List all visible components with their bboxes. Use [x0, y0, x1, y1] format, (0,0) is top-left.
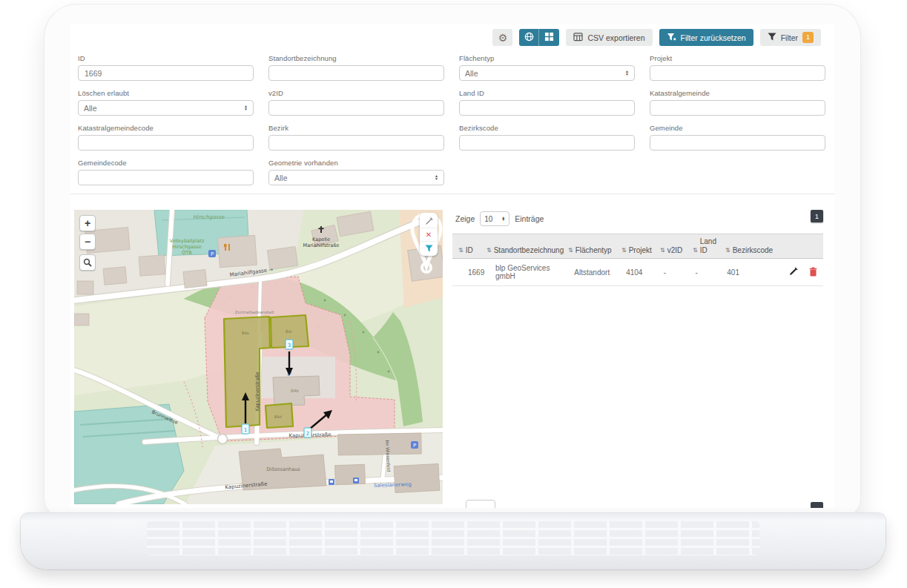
page: ⚙ — [0, 0, 907, 588]
pagination-page-1[interactable]: 1 — [811, 210, 823, 222]
field-katastralgemeindecode: Katastralgemeindecode — [78, 124, 254, 151]
grid-icon — [544, 32, 554, 43]
field-bezirk-label: Bezirk — [268, 124, 444, 132]
map-container[interactable]: Hirschgasse Volleyballplatz Hirschgasse … — [74, 210, 443, 504]
field-standortbezeichnung-label: Standortbezeichnung — [268, 54, 444, 62]
gemeindecode-input[interactable] — [78, 170, 254, 185]
edit-button[interactable] — [789, 267, 798, 277]
col-v2id[interactable]: ⇅v2ID — [660, 246, 693, 254]
laptop-keyboard — [147, 521, 759, 555]
col-id[interactable]: ⇅ID — [458, 246, 487, 254]
page-size-value: 10 — [484, 215, 492, 223]
col-standortbezeichnung[interactable]: ⇅Standortbezeichnung — [487, 246, 568, 254]
view-toggle-group — [519, 29, 559, 46]
pencil-icon — [789, 267, 798, 277]
table-view-button[interactable] — [539, 29, 559, 46]
loeschen-erlaubt-select[interactable]: Alle ▲▼ — [78, 100, 254, 116]
street-kapuziner-vertical: Kapuzinerstraße — [254, 371, 260, 411]
zoom-controls: + − — [79, 215, 96, 250]
field-gemeinde-label: Gemeinde — [650, 124, 825, 132]
field-standortbezeichnung: Standortbezeichnung — [268, 54, 444, 81]
cell-land-id: - — [685, 268, 717, 277]
cell-flaechentyp: Altstandort — [564, 268, 616, 277]
col-bezirkscode[interactable]: ⇅Bezirkscode — [725, 246, 799, 254]
roundabout — [218, 435, 228, 444]
results-table: ⇅ID ⇅Standortbezeichnung ⇅Flächentyp ⇅Pr… — [452, 234, 823, 286]
field-flaechentyp: Flächentyp Alle ▲▼ — [459, 54, 635, 81]
map-marker-tag-1[interactable]: 1 — [242, 424, 249, 434]
svg-text:3: 3 — [288, 343, 291, 348]
col-projekt[interactable]: ⇅Projekt — [621, 246, 660, 254]
filter-icon — [768, 33, 776, 42]
zoom-in-button[interactable]: + — [79, 215, 96, 231]
map-marker-tag-2[interactable]: 2 — [304, 428, 311, 437]
section-divider — [70, 194, 834, 194]
delete-button[interactable] — [809, 267, 817, 278]
bezirk-input[interactable] — [268, 135, 444, 151]
filter-button[interactable]: Filter 1 — [760, 29, 821, 46]
field-geometrie-vorhanden: Geometrie vorhanden Alle ▲▼ — [268, 159, 444, 185]
field-v2id: v2ID — [268, 89, 444, 116]
filter-x-icon — [667, 33, 676, 43]
filter-reset-button[interactable]: Filter zurücksetzen — [659, 29, 753, 46]
zoom-out-button[interactable]: − — [79, 234, 96, 250]
col-flaechentyp[interactable]: ⇅Flächentyp — [568, 246, 621, 254]
geometrie-vorhanden-select-value: Alle — [274, 174, 288, 182]
entries-label: Einträge — [515, 214, 544, 223]
toolbar: ⚙ — [492, 29, 821, 46]
id-input[interactable] — [78, 65, 254, 81]
csv-export-button[interactable]: CSV exportieren — [566, 29, 652, 46]
parking-icon: P — [411, 441, 418, 449]
cell-standortbezeichnung: blp GeoServices gmbH — [486, 264, 564, 280]
standortbezeichnung-input[interactable] — [268, 65, 444, 81]
sort-icon: ⇅ — [621, 247, 627, 254]
v2id-input[interactable] — [268, 100, 444, 116]
pagination-bottom[interactable] — [811, 502, 823, 508]
field-gemeindecode: Gemeindecode — [78, 159, 254, 185]
table-row[interactable]: 1669 blp GeoServices gmbH Altstandort 41… — [452, 259, 823, 286]
geometrie-vorhanden-select[interactable]: Alle ▲▼ — [268, 170, 444, 185]
field-bezirkscode: Bezirkscode — [459, 124, 635, 151]
page-size-select[interactable]: 10 ▲▼ — [480, 211, 509, 226]
map-view-button[interactable] — [519, 29, 539, 46]
flaechentyp-select[interactable]: Alle ▲▼ — [459, 65, 635, 81]
cell-bezirkscode: 401 — [717, 268, 789, 277]
land-id-input[interactable] — [459, 100, 635, 116]
building-label-b4b: B4b — [291, 389, 299, 393]
page-length-control: Zeige 10 ▲▼ Einträge — [455, 211, 544, 226]
flaechentyp-select-value: Alle — [465, 69, 478, 78]
katastralgemeinde-input[interactable] — [650, 100, 825, 116]
select-updown-icon: ▲▼ — [435, 175, 438, 180]
draw-geometry-button[interactable] — [420, 214, 437, 228]
gemeinde-input[interactable] — [650, 135, 825, 151]
clear-geometry-button[interactable]: ✕ — [420, 228, 437, 241]
settings-button[interactable]: ⚙ — [492, 29, 512, 46]
field-v2id-label: v2ID — [268, 89, 444, 97]
map-search-control — [79, 254, 96, 271]
page-size-select-bottom[interactable] — [466, 500, 495, 508]
magnifier-icon — [83, 258, 92, 267]
parcel-label-b4a: B4a — [242, 331, 249, 335]
table-header: ⇅ID ⇅Standortbezeichnung ⇅Flächentyp ⇅Pr… — [452, 234, 823, 259]
sort-icon: ⇅ — [487, 247, 492, 254]
spatial-filter-button[interactable] — [420, 241, 437, 254]
parcel-label-b4d: B4d — [274, 414, 282, 419]
field-katastralgemeindecode-label: Katastralgemeindecode — [78, 124, 254, 132]
app-screen: ⚙ — [70, 24, 834, 508]
col-land-id[interactable]: ⇅Land ID — [693, 237, 725, 254]
map-search-button[interactable] — [79, 254, 96, 271]
sort-icon: ⇅ — [568, 247, 573, 254]
map-canvas: Hirschgasse Volleyballplatz Hirschgasse … — [74, 210, 443, 504]
field-bezirkscode-label: Bezirkscode — [459, 124, 635, 132]
katastralgemeindecode-input[interactable] — [78, 135, 254, 151]
select-updown-icon: ▲▼ — [244, 105, 248, 110]
map-marker-tag-3[interactable]: 3 — [286, 340, 293, 349]
row-actions — [789, 267, 817, 278]
field-land-id: Land ID — [459, 89, 635, 116]
volleyball-label-3: ÖTB — [182, 250, 192, 256]
gear-icon: ⚙ — [498, 33, 508, 43]
bezirkscode-input[interactable] — [459, 135, 635, 151]
projekt-input[interactable] — [650, 65, 825, 81]
field-katastralgemeinde: Katastralgemeinde — [650, 89, 825, 116]
draw-icon — [425, 217, 433, 225]
